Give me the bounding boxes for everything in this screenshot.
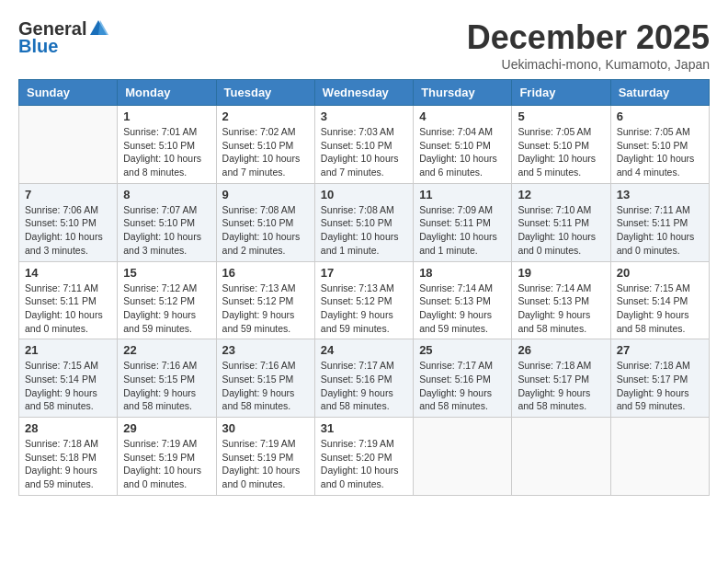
day-number: 17 [321, 266, 407, 280]
day-number: 13 [617, 188, 703, 201]
title-block: December 2025 Uekimachi-mono, Kumamoto, … [467, 18, 710, 72]
day-info: Sunrise: 7:19 AMSunset: 5:19 PMDaylight:… [222, 437, 309, 491]
calendar-cell: 27Sunrise: 7:18 AMSunset: 5:17 PMDayligh… [610, 339, 709, 418]
calendar-cell: 3Sunrise: 7:03 AMSunset: 5:10 PMDaylight… [314, 106, 413, 184]
weekday-header-wednesday: Wednesday [314, 80, 413, 106]
weekday-header-sunday: Sunday [19, 80, 118, 106]
calendar-table: SundayMondayTuesdayWednesdayThursdayFrid… [18, 79, 710, 496]
day-info: Sunrise: 7:07 AMSunset: 5:10 PMDaylight:… [123, 203, 210, 258]
day-number: 20 [617, 266, 703, 280]
day-number: 21 [25, 343, 111, 357]
weekday-header-row: SundayMondayTuesdayWednesdayThursdayFrid… [19, 80, 710, 106]
location: Uekimachi-mono, Kumamoto, Japan [467, 57, 710, 72]
calendar-cell: 23Sunrise: 7:16 AMSunset: 5:15 PMDayligh… [216, 339, 314, 418]
day-info: Sunrise: 7:06 AMSunset: 5:10 PMDaylight:… [25, 203, 111, 258]
day-info: Sunrise: 7:05 AMSunset: 5:10 PMDaylight:… [617, 125, 703, 179]
logo-blue: Blue [18, 36, 58, 57]
day-number: 11 [419, 188, 506, 201]
day-info: Sunrise: 7:17 AMSunset: 5:16 PMDaylight:… [419, 359, 506, 413]
day-info: Sunrise: 7:03 AMSunset: 5:10 PMDaylight:… [321, 125, 407, 179]
calendar-cell: 25Sunrise: 7:17 AMSunset: 5:16 PMDayligh… [414, 339, 512, 418]
day-number: 22 [123, 343, 210, 357]
logo-icon [88, 18, 108, 39]
calendar-cell: 10Sunrise: 7:08 AMSunset: 5:10 PMDayligh… [314, 183, 413, 261]
day-number: 26 [518, 343, 604, 357]
calendar-cell: 29Sunrise: 7:19 AMSunset: 5:19 PMDayligh… [118, 418, 216, 496]
weekday-header-friday: Friday [512, 80, 610, 106]
calendar-cell: 26Sunrise: 7:18 AMSunset: 5:17 PMDayligh… [512, 339, 610, 418]
calendar-cell: 6Sunrise: 7:05 AMSunset: 5:10 PMDaylight… [610, 106, 709, 184]
week-row-3: 21Sunrise: 7:15 AMSunset: 5:14 PMDayligh… [19, 339, 710, 418]
day-info: Sunrise: 7:18 AMSunset: 5:17 PMDaylight:… [617, 359, 703, 413]
day-info: Sunrise: 7:15 AMSunset: 5:14 PMDaylight:… [617, 282, 703, 336]
day-number: 10 [321, 188, 407, 201]
day-info: Sunrise: 7:17 AMSunset: 5:16 PMDaylight:… [321, 359, 407, 413]
day-number: 8 [123, 188, 210, 201]
calendar-cell [512, 418, 610, 496]
calendar-cell: 2Sunrise: 7:02 AMSunset: 5:10 PMDaylight… [216, 106, 314, 184]
calendar-cell: 13Sunrise: 7:11 AMSunset: 5:11 PMDayligh… [610, 183, 709, 261]
day-number: 23 [222, 343, 309, 357]
day-info: Sunrise: 7:18 AMSunset: 5:18 PMDaylight:… [25, 437, 111, 491]
day-info: Sunrise: 7:09 AMSunset: 5:11 PMDaylight:… [419, 203, 506, 258]
day-number: 31 [321, 421, 407, 435]
calendar-cell: 21Sunrise: 7:15 AMSunset: 5:14 PMDayligh… [19, 339, 118, 418]
calendar-cell: 7Sunrise: 7:06 AMSunset: 5:10 PMDaylight… [19, 183, 118, 261]
day-number: 1 [123, 109, 210, 123]
day-number: 24 [321, 343, 407, 357]
week-row-2: 14Sunrise: 7:11 AMSunset: 5:11 PMDayligh… [19, 261, 710, 339]
calendar-cell: 1Sunrise: 7:01 AMSunset: 5:10 PMDaylight… [118, 106, 216, 184]
calendar-cell [414, 418, 512, 496]
week-row-1: 7Sunrise: 7:06 AMSunset: 5:10 PMDaylight… [19, 183, 710, 261]
day-info: Sunrise: 7:08 AMSunset: 5:10 PMDaylight:… [321, 203, 407, 258]
calendar-cell: 18Sunrise: 7:14 AMSunset: 5:13 PMDayligh… [414, 261, 512, 339]
calendar-cell: 16Sunrise: 7:13 AMSunset: 5:12 PMDayligh… [216, 261, 314, 339]
day-number: 9 [222, 188, 309, 201]
day-number: 27 [617, 343, 703, 357]
day-info: Sunrise: 7:10 AMSunset: 5:11 PMDaylight:… [518, 203, 604, 258]
weekday-header-thursday: Thursday [414, 80, 512, 106]
day-number: 4 [419, 109, 506, 123]
day-info: Sunrise: 7:18 AMSunset: 5:17 PMDaylight:… [518, 359, 604, 413]
day-number: 14 [25, 266, 111, 280]
day-info: Sunrise: 7:02 AMSunset: 5:10 PMDaylight:… [222, 125, 309, 179]
calendar-cell: 5Sunrise: 7:05 AMSunset: 5:10 PMDaylight… [512, 106, 610, 184]
day-info: Sunrise: 7:11 AMSunset: 5:11 PMDaylight:… [617, 203, 703, 258]
calendar-cell: 24Sunrise: 7:17 AMSunset: 5:16 PMDayligh… [314, 339, 413, 418]
logo: General Blue [18, 18, 108, 57]
weekday-header-monday: Monday [118, 80, 216, 106]
day-number: 2 [222, 109, 309, 123]
calendar-cell: 9Sunrise: 7:08 AMSunset: 5:10 PMDaylight… [216, 183, 314, 261]
day-info: Sunrise: 7:14 AMSunset: 5:13 PMDaylight:… [419, 282, 506, 336]
calendar-cell: 14Sunrise: 7:11 AMSunset: 5:11 PMDayligh… [19, 261, 118, 339]
day-info: Sunrise: 7:12 AMSunset: 5:12 PMDaylight:… [123, 282, 210, 336]
day-info: Sunrise: 7:14 AMSunset: 5:13 PMDaylight:… [518, 282, 604, 336]
day-info: Sunrise: 7:04 AMSunset: 5:10 PMDaylight:… [419, 125, 506, 179]
day-number: 12 [518, 188, 604, 201]
day-info: Sunrise: 7:13 AMSunset: 5:12 PMDaylight:… [222, 282, 309, 336]
day-number: 28 [25, 421, 111, 435]
day-number: 5 [518, 109, 604, 123]
calendar-cell: 12Sunrise: 7:10 AMSunset: 5:11 PMDayligh… [512, 183, 610, 261]
week-row-0: 1Sunrise: 7:01 AMSunset: 5:10 PMDaylight… [19, 106, 710, 184]
day-number: 7 [25, 188, 111, 201]
calendar-cell: 4Sunrise: 7:04 AMSunset: 5:10 PMDaylight… [414, 106, 512, 184]
day-info: Sunrise: 7:16 AMSunset: 5:15 PMDaylight:… [123, 359, 210, 413]
day-number: 6 [617, 109, 703, 123]
day-info: Sunrise: 7:19 AMSunset: 5:20 PMDaylight:… [321, 437, 407, 491]
calendar-cell: 17Sunrise: 7:13 AMSunset: 5:12 PMDayligh… [314, 261, 413, 339]
day-number: 18 [419, 266, 506, 280]
day-number: 3 [321, 109, 407, 123]
calendar-cell [19, 106, 118, 184]
day-number: 29 [123, 421, 210, 435]
day-info: Sunrise: 7:19 AMSunset: 5:19 PMDaylight:… [123, 437, 210, 491]
calendar-cell: 19Sunrise: 7:14 AMSunset: 5:13 PMDayligh… [512, 261, 610, 339]
day-number: 16 [222, 266, 309, 280]
week-row-4: 28Sunrise: 7:18 AMSunset: 5:18 PMDayligh… [19, 418, 710, 496]
svg-marker-1 [98, 20, 108, 35]
day-number: 15 [123, 266, 210, 280]
calendar-cell: 22Sunrise: 7:16 AMSunset: 5:15 PMDayligh… [118, 339, 216, 418]
calendar-cell: 20Sunrise: 7:15 AMSunset: 5:14 PMDayligh… [610, 261, 709, 339]
calendar-cell: 11Sunrise: 7:09 AMSunset: 5:11 PMDayligh… [414, 183, 512, 261]
day-number: 30 [222, 421, 309, 435]
